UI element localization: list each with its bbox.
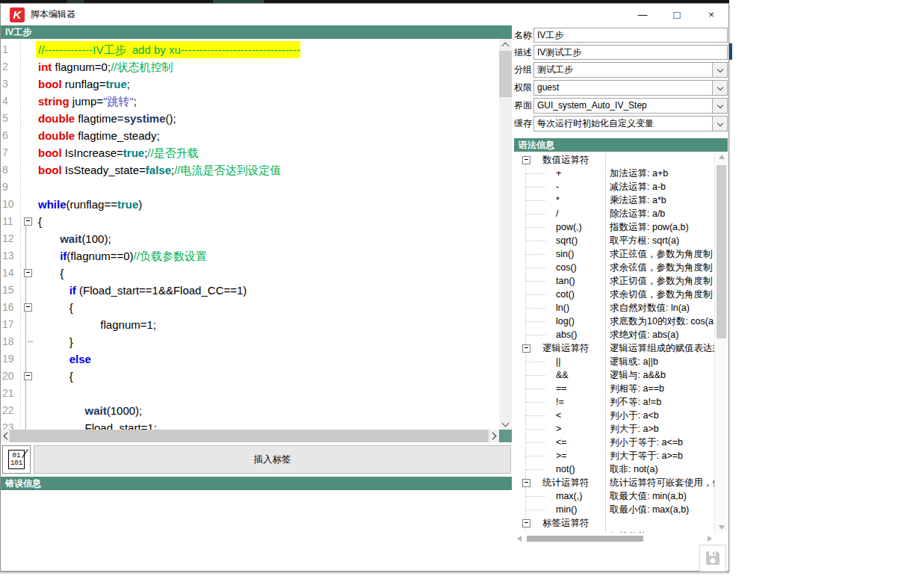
- field-dropdown[interactable]: GUI_system_Auto_IV_Step: [533, 98, 728, 114]
- tree-item[interactable]: -减法运算: a-b: [514, 180, 715, 194]
- code-line-text[interactable]: else: [36, 350, 91, 368]
- code-line-row[interactable]: 3bool runflag=true;: [1, 75, 512, 93]
- tree-horizontal-scrollbar[interactable]: [514, 533, 715, 545]
- code-line-text[interactable]: int flagnum=0;//状态机控制: [36, 58, 173, 75]
- code-line-text[interactable]: {: [36, 368, 73, 385]
- code-line-row[interactable]: 23 Fload_start=1;: [1, 419, 512, 430]
- tree-item[interactable]: sqrt()取平方根: sqrt(a): [514, 234, 715, 247]
- code-line-row[interactable]: 12 wait(100);: [1, 230, 512, 247]
- code-line-text[interactable]: if(flagnum==0)//负载参数设置: [36, 247, 207, 264]
- tree-item[interactable]: max(,)取最大值: min(a,b): [514, 489, 715, 503]
- tree-scroll-up-icon[interactable]: [715, 152, 728, 162]
- code-line-text[interactable]: double flagtime_steady;: [36, 127, 160, 144]
- code-line-row[interactable]: 21: [1, 385, 512, 402]
- tree-item[interactable]: ==判相等: a==b: [514, 382, 715, 395]
- field-dropdown[interactable]: 每次运行时初始化自定义变量: [533, 116, 728, 131]
- code-editor[interactable]: 1//-------------IV工步 add by xu----------…: [1, 39, 512, 430]
- code-line-row[interactable]: 5double flagtime=systime();: [1, 110, 512, 127]
- code-line-text[interactable]: flagnum=1;: [36, 316, 156, 333]
- tree-item[interactable]: not()取非: not(a): [514, 462, 715, 476]
- code-line-text[interactable]: string jump="跳转";: [36, 93, 137, 110]
- collapse-icon[interactable]: [522, 519, 530, 527]
- tree-scroll-right-icon[interactable]: [705, 533, 715, 545]
- tree-item[interactable]: +加法运算: a+b: [514, 167, 715, 180]
- chevron-down-icon[interactable]: [712, 117, 727, 131]
- code-line-row[interactable]: 19 else: [1, 350, 512, 368]
- code-line-text[interactable]: {: [36, 299, 73, 316]
- code-line-text[interactable]: [36, 179, 38, 196]
- tree-item[interactable]: >=判大于等于: a>=b: [514, 449, 715, 462]
- collapse-icon[interactable]: [522, 344, 530, 353]
- fold-collapse-icon[interactable]: [24, 269, 32, 277]
- code-line-text[interactable]: bool runflag=true;: [36, 75, 130, 93]
- code-line-text[interactable]: wait(100);: [36, 230, 111, 247]
- insert-label-button[interactable]: 插入标签: [34, 445, 511, 474]
- tree-item[interactable]: 数值运算符: [514, 153, 715, 167]
- collapse-icon[interactable]: [522, 156, 530, 164]
- close-button[interactable]: ×: [694, 4, 728, 25]
- code-line-text[interactable]: }: [36, 333, 73, 350]
- code-line-row[interactable]: 16 {: [1, 299, 512, 316]
- code-line-text[interactable]: double flagtime=systime();: [36, 110, 176, 127]
- code-line-row[interactable]: 2int flagnum=0;//状态机控制: [1, 58, 512, 75]
- code-line-row[interactable]: 13 if(flagnum==0)//负载参数设置: [1, 247, 512, 264]
- editor-vscroll-thumb[interactable]: [499, 51, 512, 97]
- minimize-button[interactable]: —: [625, 4, 660, 25]
- tree-item[interactable]: ||逻辑或: a||b: [514, 355, 715, 368]
- tree-item[interactable]: >判大于: a>b: [514, 422, 715, 436]
- editor-hscroll-thumb[interactable]: [10, 430, 489, 442]
- collapse-icon[interactable]: [522, 479, 530, 487]
- code-line-row[interactable]: 9: [1, 179, 512, 196]
- tree-item[interactable]: 标签运算符: [514, 516, 715, 530]
- maximize-button[interactable]: □: [660, 4, 694, 25]
- tree-item[interactable]: /除法运算: a/b: [514, 207, 715, 220]
- scroll-right-icon[interactable]: [489, 430, 498, 442]
- scroll-down-icon[interactable]: [499, 418, 512, 430]
- tree-item[interactable]: cos()求余弦值，参数为角度制：: [514, 261, 715, 274]
- tree-item[interactable]: !=判不等: a!=b: [514, 395, 715, 409]
- tree-item[interactable]: 逻辑运算符逻辑运算组成的赋值表达式: [514, 341, 715, 355]
- save-button[interactable]: [699, 545, 726, 572]
- tree-vscroll-thumb[interactable]: [717, 165, 726, 338]
- tree-item[interactable]: <判小于: a<b: [514, 409, 715, 422]
- code-line-row[interactable]: 4string jump="跳转";: [1, 93, 512, 110]
- code-line-text[interactable]: bool IsSteady_state=false;//电流是否达到设定值: [36, 161, 282, 179]
- tree-item[interactable]: tan()求正切值，参数为角度制：: [514, 274, 715, 288]
- code-line-text[interactable]: bool IsIncrease=true;//是否升载: [36, 144, 199, 161]
- code-line-row[interactable]: 17 flagnum=1;: [1, 316, 512, 333]
- tag-tool-button[interactable]: 01101: [2, 445, 31, 474]
- tree-hscroll-thumb[interactable]: [527, 536, 643, 542]
- code-line-row[interactable]: 20 {: [1, 368, 512, 385]
- field-input[interactable]: IV测试工步: [533, 45, 728, 60]
- code-line-row[interactable]: 18 }: [1, 333, 512, 350]
- code-line-row[interactable]: 10while(runflag==true): [1, 196, 512, 213]
- field-dropdown[interactable]: guest: [533, 80, 728, 96]
- code-line-row[interactable]: 14 {: [1, 264, 512, 282]
- editor-horizontal-scrollbar[interactable]: [1, 430, 512, 442]
- tree-item[interactable]: ln()求自然对数值: ln(a): [514, 301, 715, 315]
- chevron-down-icon[interactable]: [712, 63, 727, 77]
- tree-item[interactable]: min()取最小值: max(a,b): [514, 503, 715, 516]
- code-line-text[interactable]: //-------------IV工步 add by xu-----------…: [36, 41, 300, 58]
- code-line-text[interactable]: wait(1000);: [36, 402, 142, 419]
- code-line-row[interactable]: 8bool IsSteady_state=false;//电流是否达到设定值: [1, 161, 512, 179]
- code-line-text[interactable]: while(runflag==true): [36, 196, 142, 213]
- tree-scroll-left-icon[interactable]: [514, 533, 525, 545]
- scroll-up-icon[interactable]: [499, 39, 512, 50]
- fold-collapse-icon[interactable]: [24, 303, 32, 312]
- tree-item[interactable]: <=判小于等于: a<=b: [514, 436, 715, 449]
- tree-scroll-down-icon[interactable]: [715, 522, 728, 533]
- fold-collapse-icon[interactable]: [24, 217, 32, 226]
- field-input[interactable]: IV工步: [533, 28, 728, 43]
- code-line-text[interactable]: {: [36, 213, 42, 230]
- tree-item[interactable]: &&逻辑与: a&&b: [514, 368, 715, 382]
- tree-item[interactable]: 统计运算符统计运算符可嵌套使用，例: [514, 476, 715, 489]
- tree-item[interactable]: *乘法运算: a*b: [514, 194, 715, 207]
- fold-collapse-icon[interactable]: [24, 372, 32, 380]
- tree-item[interactable]: sin()求正弦值，参数为角度制：: [514, 247, 715, 261]
- code-line-row[interactable]: 11{: [1, 213, 512, 230]
- code-line-text[interactable]: if (Fload_start==1&&Fload_CC==1): [36, 282, 247, 299]
- code-line-row[interactable]: 22 wait(1000);: [1, 402, 512, 419]
- editor-vertical-scrollbar[interactable]: [499, 39, 512, 430]
- tree-item[interactable]: abs()求绝对值: abs(a): [514, 328, 715, 341]
